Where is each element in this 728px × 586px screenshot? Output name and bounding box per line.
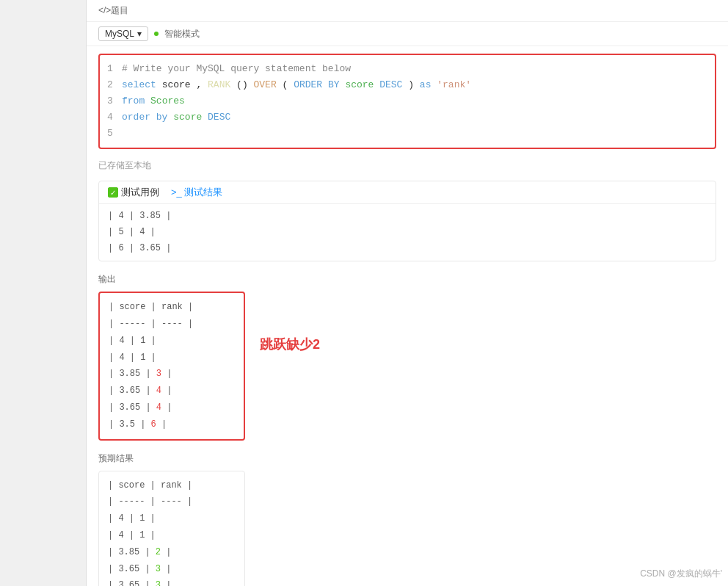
output-section: 输出 | score | rank | | ----- | ---- | | 4…: [98, 270, 716, 440]
save-status: 已存储至本地: [87, 156, 728, 175]
output-row-6: | 3.5 | 6 |: [109, 416, 235, 433]
expected-table: | score | rank | | ----- | ---- | | 4 | …: [98, 471, 245, 586]
breadcrumb: </>题目: [87, 0, 728, 22]
expected-section: 预期结果 | score | rank | | ----- | ---- | |…: [98, 449, 716, 586]
expected-row-1: | 4 | 1 |: [108, 510, 236, 527]
sidebar: ⌄: [0, 0, 87, 586]
code-line-5: 5: [107, 126, 707, 142]
expected-row-5: | 3.65 | 3 |: [108, 577, 236, 586]
code-line-2: 2 select score , RANK () OVER ( ORDER BY…: [107, 77, 707, 93]
mysql-toolbar: MySQL ▾ 智能模式: [87, 22, 728, 46]
tab-test-case-label: 测试用例: [121, 186, 159, 199]
code-editor[interactable]: 1 # Write your MySQL query statement bel…: [98, 54, 716, 149]
smart-mode-label: 智能模式: [164, 28, 200, 40]
output-separator: | ----- | ---- |: [109, 316, 235, 333]
dropdown-arrow-icon: ▾: [137, 29, 142, 39]
mysql-select[interactable]: MySQL ▾: [98, 26, 148, 41]
main-content: </>题目 MySQL ▾ 智能模式 1 # Write your MySQL …: [87, 0, 728, 586]
test-row-1: | 4 | 3.85 |: [108, 209, 707, 225]
watermark: CSDN @发疯的蜗牛': [640, 568, 722, 580]
tab-test-result-label: >_ 测试结果: [171, 186, 222, 199]
test-section: ✓ 测试用例 >_ 测试结果 | 4 | 3.85 | | 5 | 4 | | …: [98, 181, 716, 261]
status-dot-icon: [154, 32, 159, 36]
expected-header: | score | rank |: [108, 477, 236, 494]
code-line-4: 4 order by score DESC: [107, 109, 707, 126]
test-row-3: | 6 | 3.65 |: [108, 241, 707, 257]
tab-test-result[interactable]: >_ 测试结果: [171, 186, 222, 199]
tab-test-case[interactable]: ✓ 测试用例: [108, 186, 159, 199]
output-label: 输出: [98, 270, 716, 289]
expected-label: 预期结果: [98, 449, 716, 468]
output-row-4: | 3.65 | 4 |: [109, 383, 235, 399]
code-line-1: 1 # Write your MySQL query statement bel…: [107, 61, 707, 77]
output-header: | score | rank |: [109, 299, 235, 316]
expected-row-2: | 4 | 1 |: [108, 527, 236, 544]
output-row-5: | 3.65 | 4 |: [109, 399, 235, 416]
test-case-table: | 4 | 3.85 | | 5 | 4 | | 6 | 3.65 |: [99, 204, 716, 261]
output-row-2: | 4 | 1 |: [109, 350, 235, 366]
output-row-3: | 3.85 | 3 |: [109, 366, 235, 383]
output-row-1: | 4 | 1 |: [109, 333, 235, 350]
output-table: | score | rank | | ----- | ---- | | 4 | …: [98, 292, 245, 440]
annotation-text: 跳跃缺少2: [260, 337, 320, 352]
code-line-3: 3 from Scores: [107, 93, 707, 109]
expected-row-3: | 3.85 | 2 |: [108, 544, 236, 561]
mysql-label: MySQL: [105, 29, 134, 39]
expected-row-4: | 3.65 | 3 |: [108, 561, 236, 578]
checkbox-icon: ✓: [108, 187, 118, 198]
test-tabs: ✓ 测试用例 >_ 测试结果: [99, 181, 716, 204]
test-row-2: | 5 | 4 |: [108, 225, 707, 241]
expected-separator: | ----- | ---- |: [108, 493, 236, 510]
